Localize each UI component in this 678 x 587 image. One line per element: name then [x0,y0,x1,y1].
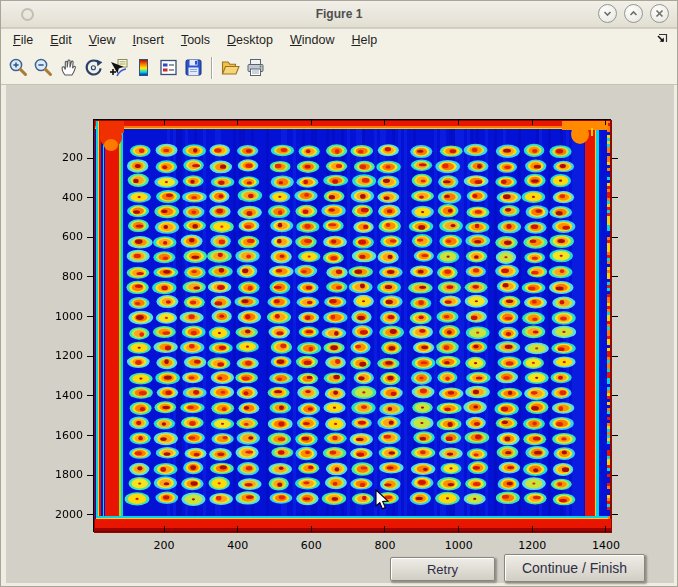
pan-button[interactable] [56,55,81,80]
x-tick [605,526,606,532]
y-tick-right [612,316,618,317]
x-tick [311,526,312,532]
window-menu-button[interactable] [21,8,34,21]
print-figure-button[interactable] [243,55,268,80]
y-tick [87,237,93,238]
x-tick-label: 400 [216,539,260,552]
x-tick [384,526,385,532]
y-tick [87,475,93,476]
y-tick-label: 600 [31,230,83,243]
menu-edit[interactable]: Edit [50,33,72,47]
rotate-3d-button[interactable] [81,55,106,80]
menu-tools[interactable]: Tools [181,33,210,47]
y-tick-right [612,475,618,476]
x-tick-label: 800 [363,539,407,552]
x-tick-top [458,120,459,125]
maximize-button[interactable] [624,4,643,23]
menu-view[interactable]: View [89,33,116,47]
zoom-out-button[interactable] [31,55,56,80]
y-tick-label: 400 [31,191,83,204]
x-tick-label: 600 [289,539,333,552]
x-tick-label: 200 [142,539,186,552]
y-tick [87,356,93,357]
shade-button[interactable] [598,4,617,23]
close-button[interactable] [650,4,669,23]
y-tick-right [612,158,618,159]
y-tick [87,316,93,317]
menu-desktop[interactable]: Desktop [227,33,273,47]
y-tick [87,435,93,436]
y-tick-label: 1600 [31,429,83,442]
y-tick [87,276,93,277]
title-bar: Figure 1 [1,1,677,28]
figure-canvas-area: 2004006008001000120014002004006008001000… [1,85,678,587]
y-tick-label: 800 [31,270,83,283]
window-controls [598,4,669,23]
x-tick-label: 1000 [437,539,481,552]
x-tick-top [164,120,165,125]
continue-finish-button[interactable]: Continue / Finish [504,554,645,582]
y-tick-label: 2000 [31,508,83,521]
x-tick-top [311,120,312,125]
menu-file[interactable]: File [13,33,33,47]
dock-figure-icon[interactable] [655,32,669,46]
x-tick-top [532,120,533,125]
y-tick-right [612,356,618,357]
x-tick-label: 1200 [510,539,554,552]
x-tick-top [605,120,606,125]
menu-bar: FileEditViewInsertToolsDesktopWindowHelp [1,29,677,51]
y-tick-right [612,395,618,396]
y-tick-right [612,514,618,515]
zoom-in-button[interactable] [6,55,31,80]
menu-bar-items: FileEditViewInsertToolsDesktopWindowHelp [13,33,394,47]
y-tick [87,197,93,198]
x-tick-top [237,120,238,125]
data-cursor-button[interactable] [106,55,131,80]
x-tick [164,526,165,532]
y-tick-right [612,435,618,436]
open-file-button[interactable] [218,55,243,80]
save-figure-button[interactable] [181,55,206,80]
y-tick-right [612,237,618,238]
toolbar-separator [211,57,213,79]
menu-help[interactable]: Help [351,33,377,47]
y-tick-label: 1800 [31,468,83,481]
y-tick-label: 1200 [31,349,83,362]
menu-window[interactable]: Window [290,33,334,47]
y-tick-label: 1000 [31,310,83,323]
y-tick-label: 1400 [31,389,83,402]
x-tick-label: 1400 [584,539,628,552]
y-tick [87,395,93,396]
figure-window: Figure 1 FileEditViewInsertToolsDesktopW… [0,0,678,587]
figure-toolbar [1,51,677,85]
insert-legend-button[interactable] [156,55,181,80]
y-tick-label: 200 [31,151,83,164]
x-tick-top [384,120,385,125]
menu-insert[interactable]: Insert [133,33,164,47]
y-tick-right [612,197,618,198]
microarray-image[interactable] [94,120,612,533]
x-tick [458,526,459,532]
retry-button[interactable]: Retry [390,557,495,581]
plot-region: 2004006008001000120014002004006008001000… [1,85,678,587]
y-tick-right [612,276,618,277]
y-tick [87,158,93,159]
y-tick [87,514,93,515]
insert-colorbar-button[interactable] [131,55,156,80]
x-tick [237,526,238,532]
window-title: Figure 1 [1,7,677,21]
x-tick [532,526,533,532]
plot-axes [93,119,611,532]
